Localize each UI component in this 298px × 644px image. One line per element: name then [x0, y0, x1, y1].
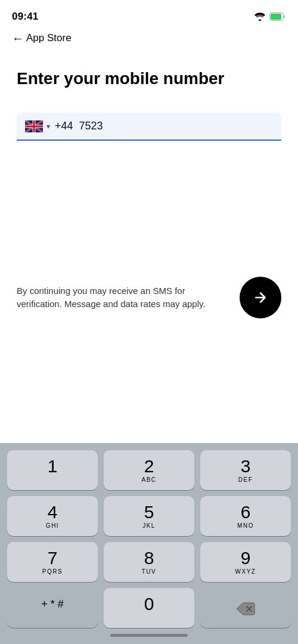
bottom-section: By continuing you may receive an SMS for…: [0, 157, 298, 336]
key-1[interactable]: 1: [7, 450, 98, 490]
key-8[interactable]: 8 TUV: [104, 542, 194, 582]
status-icons: [254, 13, 286, 21]
keyboard-rows: 1 2 ABC 3 DEF 4 GHI 5 JKL 6: [2, 450, 296, 628]
key-9[interactable]: 9 WXYZ: [200, 542, 291, 582]
keyboard: 1 2 ABC 3 DEF 4 GHI 5 JKL 6: [0, 443, 298, 644]
arrow-right-icon: [253, 290, 268, 305]
country-code: +44: [55, 120, 73, 132]
key-7[interactable]: 7 PQRS: [7, 542, 98, 582]
back-label: App Store: [26, 32, 72, 44]
key-2[interactable]: 2 ABC: [104, 450, 194, 490]
back-button[interactable]: ← App Store: [12, 32, 286, 44]
key-3[interactable]: 3 DEF: [200, 450, 291, 490]
keyboard-row-4: + * # 0: [2, 588, 296, 628]
keyboard-row-2: 4 GHI 5 JKL 6 MNO: [2, 496, 296, 536]
key-4[interactable]: 4 GHI: [7, 496, 98, 536]
disclaimer-text: By continuing you may receive an SMS for…: [17, 284, 228, 311]
delete-icon: [235, 602, 256, 616]
phone-number-input[interactable]: [79, 120, 273, 132]
wifi-icon: [254, 13, 265, 21]
page-title: Enter your mobile number: [17, 68, 281, 89]
status-time: 09:41: [12, 11, 38, 23]
key-5[interactable]: 5 JKL: [104, 496, 194, 536]
home-indicator-bar: [110, 634, 188, 637]
status-bar: 09:41: [0, 0, 298, 30]
main-content: Enter your mobile number ▾ +44: [0, 50, 298, 157]
key-symbols[interactable]: + * #: [7, 588, 98, 628]
key-6[interactable]: 6 MNO: [200, 496, 291, 536]
svg-rect-2: [271, 14, 281, 20]
country-chevron-icon: ▾: [46, 122, 50, 131]
phone-input-container[interactable]: ▾ +44: [17, 113, 281, 141]
back-arrow-icon: ←: [12, 32, 24, 44]
battery-icon: [269, 13, 286, 21]
home-indicator: [2, 628, 296, 642]
country-selector[interactable]: ▾: [25, 120, 50, 132]
key-delete[interactable]: [200, 588, 291, 628]
svg-point-0: [259, 19, 261, 21]
uk-flag-icon: [25, 120, 43, 132]
nav-bar: ← App Store: [0, 30, 298, 50]
keyboard-row-3: 7 PQRS 8 TUV 9 WXYZ: [2, 542, 296, 582]
keyboard-row-1: 1 2 ABC 3 DEF: [2, 450, 296, 490]
key-0[interactable]: 0: [104, 588, 194, 628]
continue-button[interactable]: [240, 277, 281, 318]
